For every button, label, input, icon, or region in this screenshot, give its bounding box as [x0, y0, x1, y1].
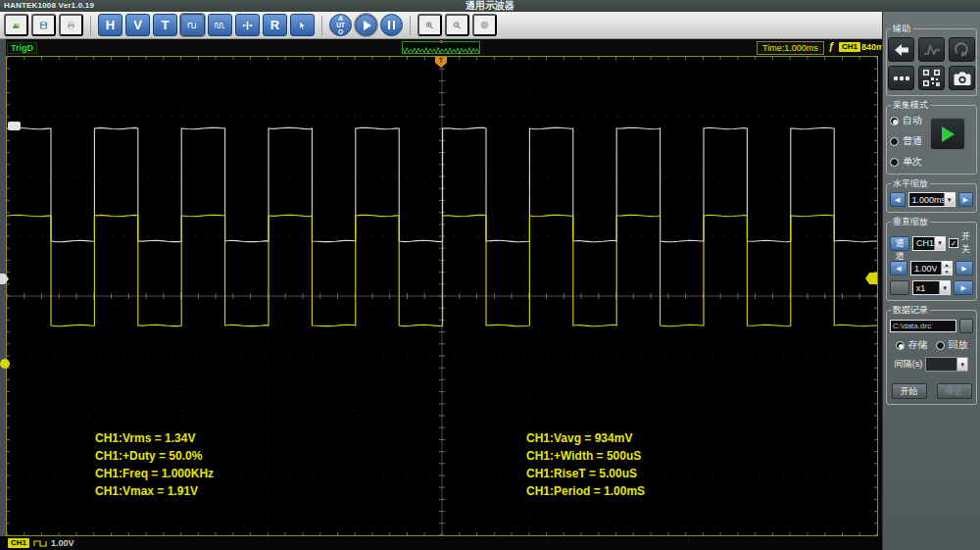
oscilloscope-app: HANTEK1008 Ver1.0.19 通用示波器 H V T R AUTO [0, 0, 980, 550]
radio-option[interactable]: 存储 [896, 338, 928, 352]
probe-next-button[interactable]: ▶ [954, 280, 973, 295]
pause-button[interactable] [380, 14, 403, 36]
save-button[interactable] [31, 14, 56, 36]
channel-select[interactable]: CH1 ▼ [912, 236, 946, 251]
screenshot-button[interactable] [949, 66, 975, 90]
preview-position-marker[interactable] [440, 40, 443, 43]
volts-increase-button[interactable]: ▶ [956, 261, 973, 275]
chevron-down-icon: ▼ [956, 358, 967, 371]
timebase-increase-button[interactable]: ▶ [958, 192, 974, 207]
channel1-badge[interactable]: CH1 [8, 538, 29, 548]
autoset-button[interactable]: AUTO [329, 14, 352, 36]
record-start-button[interactable]: 开始 [892, 383, 927, 399]
measurement-text: CH1:RiseT = 5.00uS [526, 465, 645, 482]
radio-option[interactable]: 单次 [890, 155, 922, 169]
print-icon [67, 17, 75, 34]
chevron-down-icon: ▼ [944, 193, 954, 206]
interval-label: 间隔(s) [895, 358, 923, 371]
aux-panel-label: 辅助 [891, 25, 912, 33]
cross-arrows-icon [242, 18, 253, 33]
window-title: 通用示波器 [0, 0, 980, 12]
trigger-system-button[interactable]: T [153, 14, 177, 36]
waveform-mode2-button[interactable] [208, 14, 232, 36]
zoom-in-button[interactable] [417, 14, 442, 36]
pulse-icon [923, 43, 941, 57]
print-button[interactable] [59, 14, 83, 36]
trigger-icon: ƒ [828, 40, 834, 52]
more-options-button[interactable] [888, 66, 914, 90]
vertical-panel: 垂直缩放 通道 CH1 ▼ ✓ 开关 ◀ 1.00V ▲▼ ▶ [886, 222, 977, 301]
radio-icon[interactable] [890, 117, 899, 125]
chevron-down-icon: ▼ [939, 281, 950, 294]
qrcode-button[interactable] [918, 66, 945, 90]
reference-button[interactable]: R [263, 14, 287, 36]
timebase-decrease-button[interactable]: ◀ [890, 192, 906, 207]
toolbar-separator [410, 16, 411, 35]
channel-enable-checkbox[interactable]: ✓ [949, 238, 958, 248]
run-button[interactable] [355, 14, 377, 36]
ellipsis-icon [893, 75, 910, 81]
qr-code-icon [923, 70, 940, 86]
horizontal-system-button[interactable]: H [98, 14, 122, 36]
radio-icon[interactable] [936, 341, 945, 350]
measurement-text: CH1:Vrms = 1.34V [95, 429, 214, 447]
acquire-panel-label: 采集模式 [891, 101, 930, 110]
radio-icon[interactable] [890, 137, 899, 146]
waveform-recall-button [918, 37, 945, 62]
memory-preview[interactable] [402, 41, 480, 54]
spinner-arrows-icon[interactable]: ▲▼ [941, 262, 952, 275]
volts-spinner[interactable]: 1.00V ▲▼ [910, 261, 953, 275]
t-label: T [162, 19, 170, 31]
browse-button[interactable] [959, 319, 973, 333]
zoom-out-button[interactable] [445, 14, 469, 36]
display-area: TrigD Time:1.000ms ƒ CH1 840mV CH1:Vrms … [0, 39, 882, 550]
radio-icon[interactable] [890, 158, 899, 167]
radio-option[interactable]: 回放 [936, 338, 968, 352]
record-path-input[interactable] [890, 320, 956, 332]
preview-waveform-icon [403, 45, 479, 56]
cursor-button[interactable] [290, 14, 315, 36]
probe-select[interactable]: x1 ▼ [912, 280, 951, 295]
back-button[interactable] [888, 37, 914, 62]
control-sidebar: 辅助 [882, 12, 980, 550]
record-stop-button: 停止 [937, 383, 972, 399]
channel-button[interactable]: 通道 [890, 236, 909, 251]
play-icon [364, 21, 371, 30]
interval-select: ▼ [925, 357, 968, 372]
record-mode-options: 存储回放 [890, 338, 973, 352]
radio-icon[interactable] [896, 341, 905, 350]
open-button[interactable] [4, 14, 28, 36]
expand-view-button[interactable] [235, 14, 260, 36]
acquire-options: 自动普通单次 [890, 114, 922, 169]
volts-decrease-button[interactable]: ◀ [890, 261, 907, 275]
radio-label: 单次 [903, 155, 922, 169]
save-icon [39, 17, 48, 34]
measurement-text: CH1:Freq = 1.000KHz [95, 465, 214, 482]
auto-label: AUTO [336, 15, 345, 35]
vertical-panel-label: 垂直缩放 [891, 218, 930, 226]
timebase-value: 1.000ms [912, 195, 945, 205]
channel2-level-tag[interactable] [8, 122, 21, 130]
channel1-offset-marker[interactable] [0, 359, 10, 369]
measurement-text: CH1:+Width = 500uS [526, 447, 645, 465]
run-play-icon [942, 126, 955, 142]
zoom-out-icon [453, 16, 462, 35]
acquire-run-button[interactable] [930, 118, 965, 150]
waveform-mode-button[interactable] [180, 14, 205, 36]
title-bar: HANTEK1008 Ver1.0.19 通用示波器 [0, 0, 980, 12]
scope-graticule: CH1:Vrms = 1.34VCH1:+Duty = 50.0%CH1:Fre… [6, 56, 878, 536]
record-panel: 数据记录 存储回放 间隔(s) ▼ 开始 停止 [886, 310, 977, 405]
vertical-system-button[interactable]: V [125, 14, 150, 36]
measurement-text: CH1:Vavg = 934mV [526, 429, 645, 447]
channel-value: CH1 [916, 238, 934, 248]
v-label: V [133, 19, 142, 31]
radio-option[interactable]: 普通 [890, 134, 922, 148]
zoom-in-icon [425, 16, 434, 35]
probe-button[interactable] [890, 280, 909, 295]
trigger-status: TrigD [7, 42, 37, 54]
measurement-text: CH1:Vmax = 1.91V [95, 482, 214, 500]
switch-label: 开关 [961, 230, 973, 256]
radio-option[interactable]: 自动 [890, 114, 922, 127]
cursor-icon [297, 18, 308, 33]
timebase-select[interactable]: 1.000ms ▼ [908, 192, 956, 207]
